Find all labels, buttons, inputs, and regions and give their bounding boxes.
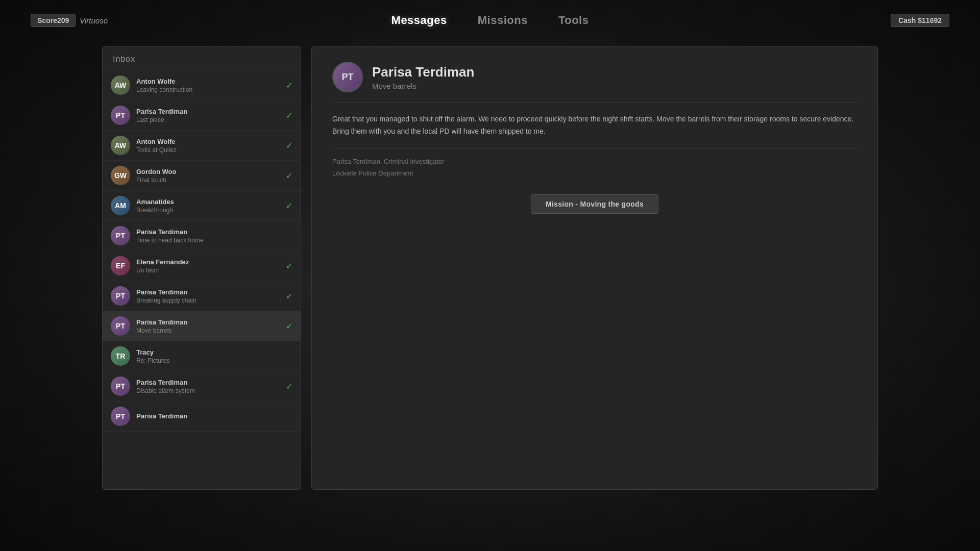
message-item[interactable]: PTParisa TerdimanDisable alarm system✓	[103, 371, 301, 402]
message-item[interactable]: GWGordon WooFinal touch✓	[103, 161, 301, 191]
message-item[interactable]: PTParisa TerdimanLast piece✓	[103, 101, 301, 131]
avatar: GW	[111, 166, 130, 185]
message-subject: Last piece	[136, 116, 282, 123]
message-sender: Parisa Terdiman	[136, 108, 282, 115]
topbar: Score209 Virtuoso Messages Missions Tool…	[0, 0, 980, 41]
message-item[interactable]: AWAnton WolfeTools at Quilez✓	[103, 131, 301, 161]
message-info: Parisa TerdimanBreaking supply chain	[136, 288, 282, 304]
message-info: Parisa Terdiman	[136, 412, 292, 421]
read-checkmark-icon: ✓	[286, 81, 292, 90]
main-nav: Messages Missions Tools	[391, 14, 589, 27]
message-subject: Tools at Quilez	[136, 146, 282, 154]
message-subject: Breakthrough	[136, 207, 282, 214]
tab-tools[interactable]: Tools	[558, 14, 589, 27]
message-sender: Amanatides	[136, 198, 282, 206]
message-info: Parisa TerdimanDisable alarm system	[136, 379, 282, 394]
tab-messages[interactable]: Messages	[391, 14, 447, 27]
detail-signature: Parisa Terdiman, Criminal Investigator L…	[332, 156, 857, 180]
avatar: TR	[111, 346, 130, 366]
detail-sender-name: Parisa Terdiman	[372, 64, 474, 80]
read-checkmark-icon: ✓	[286, 382, 292, 391]
message-info: AmanatidesBreakthrough	[136, 198, 282, 214]
detail-name-area: Parisa Terdiman Move barrels	[372, 64, 474, 90]
detail-avatar-initials: PT	[341, 72, 353, 83]
detail-avatar: PT	[332, 62, 363, 92]
detail-panel: PT Parisa Terdiman Move barrels Great th…	[311, 46, 878, 490]
detail-subject: Move barrels	[372, 82, 474, 90]
message-item[interactable]: AMAmanatidesBreakthrough✓	[103, 191, 301, 221]
message-item[interactable]: TRTracyRe: Pictures	[103, 341, 301, 371]
avatar: AW	[111, 136, 130, 155]
message-sender: Parisa Terdiman	[136, 228, 292, 236]
read-checkmark-icon: ✓	[286, 201, 292, 211]
message-info: Parisa TerdimanLast piece	[136, 108, 282, 123]
signature-line1: Parisa Terdiman, Criminal Investigator	[332, 156, 857, 167]
message-sender: Parisa Terdiman	[136, 318, 282, 326]
signature-divider	[332, 148, 857, 148]
avatar: PT	[111, 316, 130, 336]
message-sender: Anton Wolfe	[136, 78, 282, 85]
signature-line2: Löckelle Police Department	[332, 167, 857, 179]
message-sender: Tracy	[136, 348, 292, 356]
inbox-list[interactable]: AWAnton WolfeLeaving construction✓PTPari…	[103, 70, 301, 489]
tab-missions[interactable]: Missions	[478, 14, 528, 27]
message-subject: Disable alarm system	[136, 387, 282, 394]
avatar: PT	[111, 286, 130, 306]
inbox-header: Inbox	[103, 46, 301, 70]
message-info: Gordon WooFinal touch	[136, 168, 282, 184]
inbox-panel: Inbox AWAnton WolfeLeaving construction✓…	[102, 46, 301, 490]
avatar: PT	[111, 226, 130, 245]
message-sender: Anton Wolfe	[136, 138, 282, 145]
message-item[interactable]: AWAnton WolfeLeaving construction✓	[103, 70, 301, 101]
message-subject: Un favor	[136, 267, 282, 274]
avatar: EF	[111, 256, 130, 276]
message-subject: Time to head back home	[136, 237, 292, 244]
read-checkmark-icon: ✓	[286, 291, 292, 301]
message-subject: Move barrels	[136, 327, 282, 334]
rank-label: Virtuoso	[80, 16, 108, 25]
message-item[interactable]: PTParisa TerdimanTime to head back home	[103, 221, 301, 251]
read-checkmark-icon: ✓	[286, 141, 292, 151]
cash-display: Cash $11692	[891, 14, 949, 27]
message-subject: Breaking supply chain	[136, 297, 282, 304]
message-sender: Gordon Woo	[136, 168, 282, 176]
message-info: Anton WolfeTools at Quilez	[136, 138, 282, 154]
mission-button[interactable]: Mission - Moving the goods	[531, 194, 658, 214]
message-info: Anton WolfeLeaving construction	[136, 78, 282, 93]
avatar: AM	[111, 196, 130, 215]
main-content: Inbox AWAnton WolfeLeaving construction✓…	[102, 46, 878, 490]
message-sender: Elena Fernández	[136, 258, 282, 266]
read-checkmark-icon: ✓	[286, 261, 292, 271]
avatar: PT	[111, 407, 130, 426]
message-sender: Parisa Terdiman	[136, 288, 282, 296]
avatar: PT	[111, 377, 130, 396]
message-info: Elena FernándezUn favor	[136, 258, 282, 274]
message-info: TracyRe: Pictures	[136, 348, 292, 364]
message-subject: Re: Pictures	[136, 357, 292, 364]
score-badge: Score209	[31, 14, 76, 27]
read-checkmark-icon: ✓	[286, 171, 292, 181]
message-item[interactable]: PTParisa TerdimanMove barrels✓	[103, 311, 301, 341]
message-subject: Final touch	[136, 177, 282, 184]
read-checkmark-icon: ✓	[286, 321, 292, 331]
read-checkmark-icon: ✓	[286, 111, 292, 120]
message-sender: Parisa Terdiman	[136, 412, 292, 420]
detail-header: PT Parisa Terdiman Move barrels	[332, 62, 857, 92]
message-sender: Parisa Terdiman	[136, 379, 282, 386]
message-subject: Leaving construction	[136, 86, 282, 93]
message-item[interactable]: PTParisa Terdiman	[103, 402, 301, 432]
message-item[interactable]: EFElena FernándezUn favor✓	[103, 251, 301, 281]
message-item[interactable]: PTParisa TerdimanBreaking supply chain✓	[103, 281, 301, 311]
detail-body: Great that you managed to shut off the a…	[332, 113, 857, 138]
message-info: Parisa TerdimanMove barrels	[136, 318, 282, 334]
avatar: AW	[111, 76, 130, 95]
score-area: Score209 Virtuoso	[31, 14, 108, 27]
detail-divider	[332, 103, 857, 103]
message-info: Parisa TerdimanTime to head back home	[136, 228, 292, 244]
avatar: PT	[111, 106, 130, 125]
